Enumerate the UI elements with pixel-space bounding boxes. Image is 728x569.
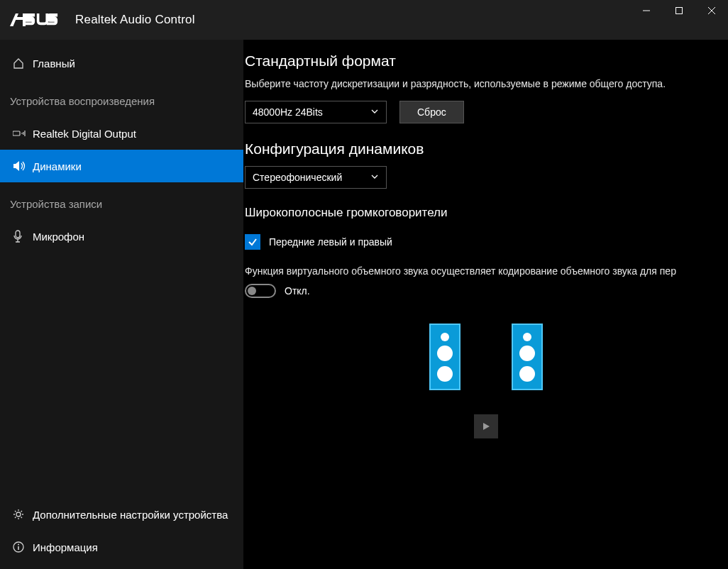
sidebar-spacer (0, 253, 243, 498)
format-select[interactable]: 48000Hz 24Bits (245, 101, 387, 123)
sidebar-item-info[interactable]: Информация (0, 531, 243, 563)
svg-point-6 (18, 544, 19, 546)
minimize-button[interactable] (630, 0, 663, 21)
sidebar-item-digital-output[interactable]: Realtek Digital Output (0, 117, 243, 150)
window-controls (630, 0, 728, 21)
speaker-config-select[interactable]: Стереофонический (245, 166, 387, 189)
sidebar-item-label: Realtek Digital Output (33, 128, 136, 140)
speaker-config-value: Стереофонический (253, 172, 342, 183)
section-default-format: Стандартный формат Выберите частоту диск… (243, 53, 728, 140)
digital-output-icon (13, 129, 33, 138)
speaker-driver-icon (441, 333, 449, 341)
reset-button[interactable]: Сброс (399, 101, 464, 123)
speaker-driver-icon (519, 366, 535, 382)
front-lr-label: Передние левый и правый (269, 236, 392, 248)
toggle-knob (248, 287, 256, 295)
virtual-surround-toggle-label: Откл. (285, 285, 310, 297)
window-body: Главный Устройства воспроизведения Realt… (0, 40, 728, 569)
sidebar-item-label: Динамики (33, 160, 82, 172)
svg-rect-1 (676, 8, 683, 14)
sidebar-item-label: Микрофон (33, 231, 84, 243)
sidebar-item-label: Дополнительные настройки устройства (33, 509, 228, 521)
svg-rect-3 (16, 231, 20, 238)
svg-point-4 (16, 512, 21, 516)
speaker-front-right[interactable] (512, 324, 543, 390)
section-subtitle: Выберите частоту дискретизации и разрядн… (245, 78, 728, 89)
info-icon (13, 541, 33, 553)
sidebar-item-advanced[interactable]: Дополнительные настройки устройства (0, 498, 243, 531)
section-title: Стандартный формат (245, 53, 728, 78)
chevron-down-icon (370, 172, 379, 183)
speaker-layout (243, 324, 728, 390)
sidebar-heading-playback: Устройства воспроизведения (0, 79, 243, 117)
play-icon (481, 421, 491, 431)
speaker-driver-icon (437, 346, 453, 361)
app-window: Realtek Audio Control Главный Устройства… (0, 0, 728, 569)
section-fullrange: Широкополосные громкоговорители Передние… (243, 206, 728, 438)
svg-marker-7 (483, 423, 490, 430)
play-test-button[interactable] (474, 414, 498, 438)
home-icon (13, 57, 33, 69)
speaker-driver-icon (519, 346, 535, 361)
virtual-surround-description: Функция виртуального объемного звука осу… (245, 265, 728, 277)
gear-icon (13, 509, 33, 520)
speaker-icon (13, 160, 33, 172)
sidebar-item-label: Главный (33, 57, 75, 70)
sidebar-item-main[interactable]: Главный (0, 47, 243, 79)
speaker-driver-icon (437, 366, 453, 382)
close-button[interactable] (695, 0, 728, 21)
app-title: Realtek Audio Control (75, 13, 195, 27)
sidebar: Главный Устройства воспроизведения Realt… (0, 40, 243, 569)
sidebar-heading-record: Устройства записи (0, 182, 243, 220)
content-area: Стандартный формат Выберите частоту диск… (243, 40, 728, 569)
front-lr-checkbox[interactable] (245, 234, 260, 250)
titlebar: Realtek Audio Control (0, 0, 728, 40)
virtual-surround-toggle[interactable] (245, 284, 276, 298)
section-title: Конфигурация динамиков (245, 140, 728, 166)
chevron-down-icon (370, 106, 379, 118)
svg-rect-2 (13, 131, 20, 136)
asus-logo (10, 13, 58, 26)
maximize-button[interactable] (663, 0, 695, 21)
speaker-driver-icon (523, 333, 531, 341)
sidebar-item-label: Информация (33, 541, 98, 553)
section-speaker-config: Конфигурация динамиков Стереофонический (243, 140, 728, 206)
sidebar-item-microphone[interactable]: Микрофон (0, 220, 243, 253)
format-select-value: 48000Hz 24Bits (253, 106, 323, 118)
sidebar-item-speakers[interactable]: Динамики (0, 150, 243, 182)
speaker-front-left[interactable] (429, 324, 460, 390)
microphone-icon (13, 230, 33, 243)
fullrange-title: Широкополосные громкоговорители (245, 206, 728, 228)
